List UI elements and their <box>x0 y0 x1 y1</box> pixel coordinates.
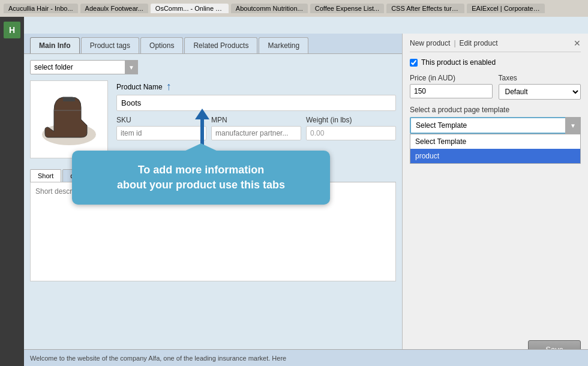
left-bar: H <box>0 17 24 366</box>
tab-options[interactable]: Options <box>140 37 183 53</box>
taxes-col: Taxes Default <box>499 74 581 100</box>
edit-product-label: Edit product <box>460 39 498 47</box>
price-taxes-group: Price (in AUD) Taxes Default <box>410 74 581 100</box>
template-select[interactable]: Select Template <box>410 117 581 134</box>
sku-input[interactable] <box>116 126 206 140</box>
main-area: H C Main Info Product tags Options Relat… <box>0 17 588 366</box>
tab-related-products[interactable]: Related Products <box>184 37 257 53</box>
arrow-head <box>195 109 209 119</box>
template-option-placeholder[interactable]: Select Template <box>410 134 580 149</box>
template-section-label: Select a product page template <box>410 106 581 114</box>
folder-row: select folder ▼ <box>30 60 396 74</box>
template-option-product[interactable]: product <box>410 149 580 163</box>
new-product-label: New product <box>410 39 450 47</box>
left-content: select folder ▼ <box>24 55 402 366</box>
form-area: Product Name ↑ SKU <box>116 80 396 140</box>
h-icon: H <box>4 22 20 38</box>
product-image <box>30 80 108 158</box>
weight-label: Weight (in lbs) <box>306 116 396 124</box>
mpn-col: MPN <box>211 116 301 140</box>
product-name-input[interactable] <box>116 95 396 111</box>
browser-tab-4[interactable]: Aboutcomm Nutrition... <box>231 4 308 13</box>
tab-product-tags[interactable]: Product tags <box>81 37 139 53</box>
sku-col: SKU <box>116 116 206 140</box>
product-name-row: Product Name ↑ <box>116 80 396 111</box>
sku-label: SKU <box>116 116 206 124</box>
price-label: Price (in AUD) <box>410 74 493 82</box>
price-col: Price (in AUD) <box>410 74 493 100</box>
taxes-label: Taxes <box>499 74 581 82</box>
mpn-label: MPN <box>211 116 301 124</box>
folder-select[interactable]: select folder <box>30 60 138 74</box>
boot-svg <box>36 86 102 152</box>
taxes-select-wrapper: Default <box>499 84 581 100</box>
enabled-checkbox[interactable] <box>410 59 418 67</box>
taxes-select[interactable]: Default <box>499 84 581 100</box>
status-text: Welcome to the website of the company Al… <box>30 355 286 362</box>
tab-main-info[interactable]: Main Info <box>30 37 80 53</box>
browser-tab-7[interactable]: EAIExcel | Corporate s... <box>467 4 545 13</box>
header-separator: | <box>454 39 455 47</box>
product-panel: Main Info Product tags Options Related P… <box>24 34 588 366</box>
enabled-checkbox-row: This product is enabled <box>410 58 581 67</box>
enabled-label: This product is enabled <box>421 58 496 67</box>
browser-tab-2[interactable]: Adeaulx Footwear... <box>80 4 148 13</box>
close-button[interactable]: ✕ <box>574 38 581 48</box>
browser-tab-3[interactable]: OsComm... - Online Stor... <box>151 4 229 13</box>
tooltip-callout: To add more information about your produ… <box>72 151 330 205</box>
template-dropdown-list: Select Template product <box>410 134 581 164</box>
sku-row: SKU MPN Weight (in lbs) <box>116 116 396 140</box>
up-arrow-indicator: ↑ <box>166 80 172 93</box>
tooltip-line1: To add more information <box>90 163 312 178</box>
template-select-wrapper: Select Template ▼ <box>410 117 581 134</box>
product-name-label: Product Name ↑ <box>116 80 396 93</box>
content-area: Main Info Product tags Options Related P… <box>24 17 588 366</box>
browser-tab-5[interactable]: Coffee Expense List... <box>310 4 384 13</box>
status-bar: Welcome to the website of the company Al… <box>24 349 588 366</box>
folder-select-wrapper: select folder ▼ <box>30 60 138 74</box>
browser-tab-6[interactable]: CSS After Effects turn... <box>386 4 464 13</box>
short-tab[interactable]: Short <box>30 169 61 182</box>
weight-col: Weight (in lbs) <box>306 116 396 140</box>
tab-marketing[interactable]: Marketing <box>259 37 308 53</box>
right-panel-header: New product | Edit product ✕ <box>410 38 581 52</box>
tooltip-line2: about your product use this tabs <box>90 178 312 193</box>
browser-bar: Acucullia Hair - Inbo... Adeaulx Footwea… <box>0 0 588 17</box>
price-input[interactable] <box>410 84 493 98</box>
browser-tab-1[interactable]: Acucullia Hair - Inbo... <box>4 4 78 13</box>
weight-input[interactable] <box>306 126 396 140</box>
right-panel: New product | Edit product ✕ This produc… <box>402 34 588 366</box>
mpn-input[interactable] <box>211 126 301 140</box>
